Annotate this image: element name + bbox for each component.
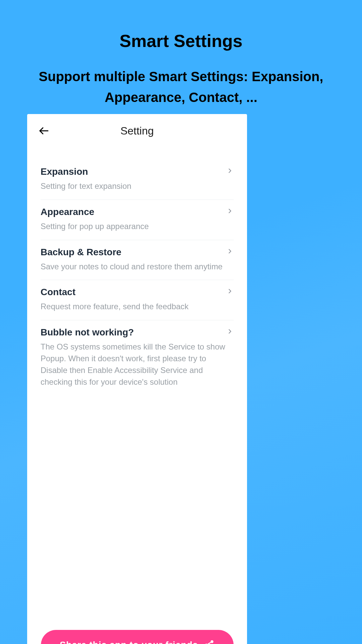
chevron-right-icon — [226, 167, 234, 174]
settings-card: Setting Expansion Setting for text expan… — [27, 114, 247, 644]
share-icon — [203, 639, 215, 644]
setting-item-subtitle: Save your notes to cloud and restore the… — [41, 261, 234, 273]
setting-item-appearance[interactable]: Appearance Setting for pop up appearance — [41, 200, 234, 240]
svg-point-1 — [210, 640, 214, 643]
share-button-label: Share this app to your friends — [60, 640, 198, 644]
setting-item-title: Backup & Restore — [41, 247, 234, 258]
card-title: Setting — [120, 125, 154, 137]
setting-item-bubble-not-working[interactable]: Bubble not working? The OS systems somet… — [41, 320, 234, 395]
setting-item-subtitle: Request more feature, send the feedback — [41, 301, 234, 313]
setting-item-title: Bubble not working? — [41, 327, 234, 338]
chevron-right-icon — [226, 248, 234, 255]
arrow-left-icon — [38, 125, 50, 138]
setting-item-title: Contact — [41, 287, 234, 298]
promo-subtitle: Support multiple Smart Settings: Expansi… — [0, 66, 362, 108]
setting-item-subtitle: The OS systems sometimes kill the Servic… — [41, 341, 234, 388]
setting-item-backup-restore[interactable]: Backup & Restore Save your notes to clou… — [41, 240, 234, 280]
setting-item-expansion[interactable]: Expansion Setting for text expansion — [41, 160, 234, 200]
chevron-right-icon — [226, 328, 234, 335]
setting-item-subtitle: Setting for pop up appearance — [41, 221, 234, 232]
setting-item-title: Appearance — [41, 207, 234, 217]
setting-item-contact[interactable]: Contact Request more feature, send the f… — [41, 280, 234, 320]
setting-item-title: Expansion — [41, 166, 234, 177]
chevron-right-icon — [226, 207, 234, 215]
setting-item-subtitle: Setting for text expansion — [41, 180, 234, 192]
chevron-right-icon — [226, 287, 234, 295]
share-button[interactable]: Share this app to your friends — [41, 630, 234, 644]
promo-title: Smart Settings — [0, 31, 362, 51]
back-button[interactable] — [37, 125, 51, 138]
card-header: Setting — [27, 114, 247, 148]
settings-list: Expansion Setting for text expansion App… — [27, 148, 247, 395]
